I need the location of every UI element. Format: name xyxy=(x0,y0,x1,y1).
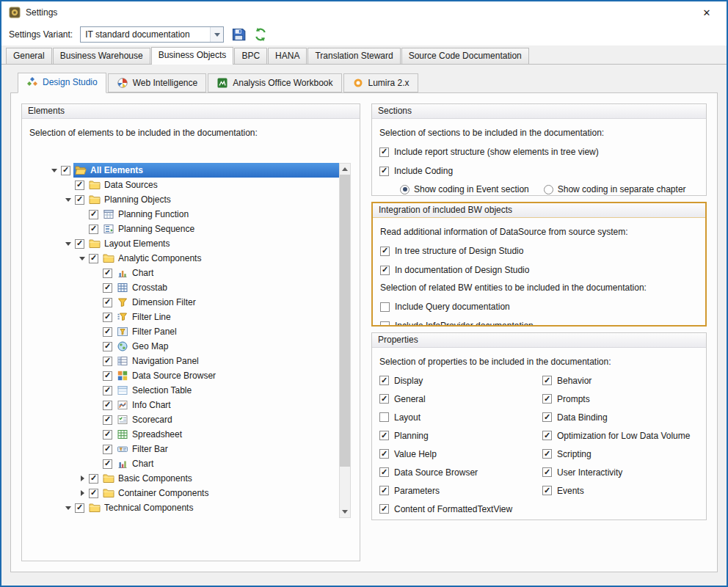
tree-item-0-all-elements[interactable]: All Elements xyxy=(48,163,339,178)
prop-checkbox-data-binding[interactable] xyxy=(542,412,552,422)
tree-item-8-crosstab[interactable]: Crosstab xyxy=(48,280,339,295)
tree-item-5-layout-elements[interactable]: Layout Elements xyxy=(48,236,339,251)
bw-read-checkbox-in-documentation-of-design-studio[interactable] xyxy=(380,266,390,275)
expander-collapsed-icon[interactable] xyxy=(76,475,88,481)
bw-read-checkbox-in-tree-structure-of-design-studio[interactable] xyxy=(380,247,390,256)
tab-translation-steward[interactable]: Translation Steward xyxy=(307,48,400,64)
tree-checkbox-filter-bar[interactable] xyxy=(103,445,112,454)
subtab-web-intelligence[interactable]: Web Intelligence xyxy=(108,73,207,92)
tree-item-12-geo-map[interactable]: Geo Map xyxy=(48,339,339,354)
radio-show-coding-in-event-section[interactable] xyxy=(400,185,410,194)
bw-entity-checkbox-include-query-documentation[interactable] xyxy=(380,302,390,312)
scroll-down-icon[interactable] xyxy=(340,506,350,517)
tab-general[interactable]: General xyxy=(6,48,52,64)
tree-item-16-info-chart[interactable]: Info Chart xyxy=(48,398,339,412)
tree-item-9-dimension-filter[interactable]: Dimension Filter xyxy=(48,295,339,310)
tree-item-14-data-source-browser[interactable]: Data Source Browser xyxy=(48,368,339,383)
tree-checkbox-geo-map[interactable] xyxy=(103,342,112,351)
tree-checkbox-chart[interactable] xyxy=(103,269,112,278)
tree-item-1-data-sources[interactable]: Data Sources xyxy=(48,178,339,192)
tree-scrollbar[interactable] xyxy=(339,163,351,518)
expander-expanded-icon[interactable] xyxy=(62,242,74,246)
tree-checkbox-planning-objects[interactable] xyxy=(75,195,84,205)
prop-checkbox-events[interactable] xyxy=(542,486,552,495)
tree-checkbox-filter-line[interactable] xyxy=(103,313,112,322)
close-icon[interactable] xyxy=(694,1,719,23)
refresh-icon[interactable] xyxy=(253,27,268,42)
tree-checkbox-technical-components[interactable] xyxy=(75,503,84,513)
prop-checkbox-display[interactable] xyxy=(379,376,389,385)
subtab-lumira-2-x[interactable]: Lumira 2.x xyxy=(343,73,418,92)
tree-item-15-selection-table[interactable]: Selection Table xyxy=(48,383,339,398)
prop-checkbox-behavior[interactable] xyxy=(542,376,552,385)
tree-checkbox-chart[interactable] xyxy=(103,459,112,469)
chevron-down-icon[interactable] xyxy=(210,27,223,42)
prop-checkbox-optimization-for-low-data-volume[interactable] xyxy=(542,431,552,440)
tree-checkbox-planning-sequence[interactable] xyxy=(89,225,98,234)
tree-item-3-planning-function[interactable]: Planning Function xyxy=(48,207,339,222)
tree-checkbox-dimension-filter[interactable] xyxy=(103,298,112,307)
tree-item-23-technical-components[interactable]: Technical Components xyxy=(48,500,339,515)
prop-checkbox-parameters[interactable] xyxy=(379,486,389,495)
tree-checkbox-data-sources[interactable] xyxy=(75,181,84,190)
tree-checkbox-selection-table[interactable] xyxy=(103,386,112,395)
tree-checkbox-layout-elements[interactable] xyxy=(75,239,84,249)
prop-checkbox-planning[interactable] xyxy=(379,431,389,440)
tree-item-6-analytic-components[interactable]: Analytic Components xyxy=(48,251,339,266)
tree-checkbox-navigation-panel[interactable] xyxy=(103,357,112,366)
tree-item-13-navigation-panel[interactable]: Navigation Panel xyxy=(48,354,339,368)
tree-item-18-spreadsheet[interactable]: Spreadsheet xyxy=(48,427,339,442)
prop-checkbox-value-help[interactable] xyxy=(379,449,389,459)
tab-business-warehouse[interactable]: Business Warehouse xyxy=(53,48,150,64)
scroll-up-icon[interactable] xyxy=(340,164,350,175)
tree-checkbox-spreadsheet[interactable] xyxy=(103,430,112,440)
prop-checkbox-general[interactable] xyxy=(379,394,389,404)
tree-item-4-planning-sequence[interactable]: Planning Sequence xyxy=(48,222,339,236)
tree-item-2-planning-objects[interactable]: Planning Objects xyxy=(48,192,339,207)
expander-expanded-icon[interactable] xyxy=(62,198,74,202)
expander-expanded-icon[interactable] xyxy=(62,506,74,510)
tree-item-11-filter-panel[interactable]: Filter Panel xyxy=(48,324,339,339)
tree-checkbox-filter-panel[interactable] xyxy=(103,327,112,337)
bw-entity-checkbox-include-infoprovider-documentation[interactable] xyxy=(380,321,390,326)
tab-bpc[interactable]: BPC xyxy=(234,48,267,64)
sections-checkbox-include-coding[interactable] xyxy=(379,167,389,176)
sections-checkbox-include-report-structure-show-elements-in-tree-view[interactable] xyxy=(379,147,389,157)
tree-checkbox-info-chart[interactable] xyxy=(103,401,112,410)
tree-item-21-basic-components[interactable]: Basic Components xyxy=(48,471,339,486)
tree-item-17-scorecard[interactable]: Scorecard xyxy=(48,412,339,427)
tab-hana[interactable]: HANA xyxy=(268,48,307,64)
scrollbar-track[interactable] xyxy=(340,175,350,506)
tree-checkbox-analytic-components[interactable] xyxy=(89,254,98,263)
scrollbar-thumb[interactable] xyxy=(340,175,350,467)
radio-show-coding-in-separate-chapter[interactable] xyxy=(544,185,553,194)
settings-variant-select[interactable]: IT standard documentation xyxy=(80,26,224,43)
subtab-design-studio[interactable]: Design Studio xyxy=(18,73,106,93)
tree-checkbox-scorecard[interactable] xyxy=(103,415,112,425)
tree-checkbox-container-components[interactable] xyxy=(89,489,98,498)
subtab-analysis-office-workbook[interactable]: Analysis Office Workbook xyxy=(208,73,341,92)
prop-checkbox-data-source-browser[interactable] xyxy=(379,467,389,477)
tree-item-20-chart[interactable]: Chart xyxy=(48,456,339,471)
prop-checkbox-scripting[interactable] xyxy=(542,449,552,459)
tab-business-objects[interactable]: Business Objects xyxy=(151,47,234,65)
tree-checkbox-data-source-browser[interactable] xyxy=(103,371,112,381)
expander-expanded-icon[interactable] xyxy=(48,169,60,172)
tree-item-22-container-components[interactable]: Container Components xyxy=(48,486,339,500)
prop-checkbox-content-of-formattedtextview[interactable] xyxy=(379,504,389,514)
tab-source-code-documentation[interactable]: Source Code Documentation xyxy=(401,48,529,64)
prop-checkbox-user-interactivity[interactable] xyxy=(542,467,552,477)
expander-collapsed-icon[interactable] xyxy=(76,490,88,496)
tree-checkbox-planning-function[interactable] xyxy=(89,210,98,219)
tree-item-10-filter-line[interactable]: Filter Line xyxy=(48,310,339,324)
save-icon[interactable] xyxy=(231,27,246,42)
tree-item-19-filter-bar[interactable]: Filter Bar xyxy=(48,442,339,456)
tree-checkbox-crosstab[interactable] xyxy=(103,283,112,293)
radio-option-show-coding-in-event-section[interactable]: Show coding in Event section xyxy=(400,184,529,194)
expander-expanded-icon[interactable] xyxy=(76,257,88,260)
tree-checkbox-basic-components[interactable] xyxy=(89,474,98,484)
prop-checkbox-prompts[interactable] xyxy=(542,394,552,404)
prop-checkbox-layout[interactable] xyxy=(379,412,389,422)
radio-option-show-coding-in-separate-chapter[interactable]: Show coding in separate chapter xyxy=(544,184,686,194)
tree-checkbox-all-elements[interactable] xyxy=(61,166,70,175)
